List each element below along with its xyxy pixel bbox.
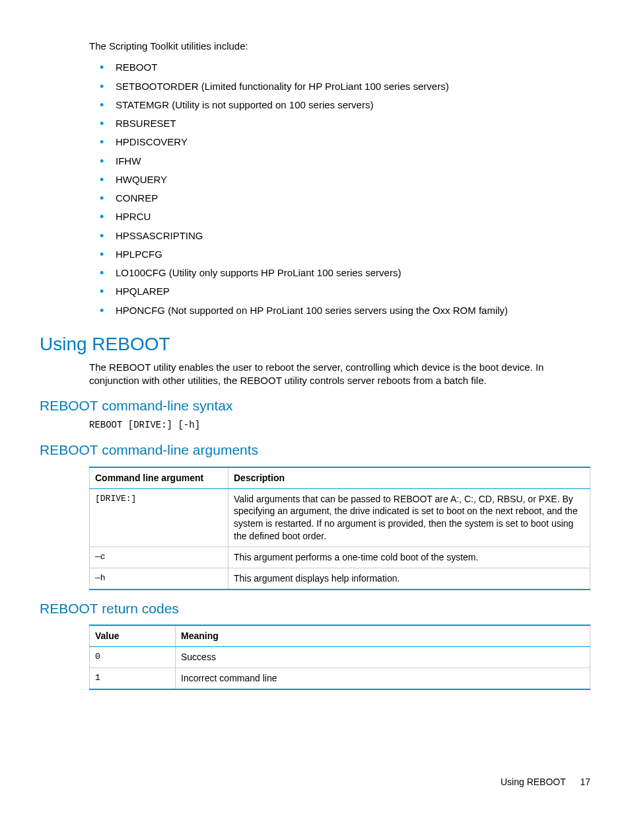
subsection-heading-arguments: REBOOT command-line arguments <box>40 441 590 459</box>
list-item: HPRCU <box>116 208 590 226</box>
codes-header-meaning: Meaning <box>176 625 590 646</box>
section-heading-using-reboot: Using REBOOT <box>40 332 590 357</box>
args-header-argument: Command line argument <box>90 467 228 488</box>
arguments-table: Command line argument Description [DRIVE… <box>89 467 590 590</box>
table-row: [DRIVE:]Valid arguments that can be pass… <box>90 488 590 547</box>
args-header-description: Description <box>228 467 590 488</box>
arg-cell: [DRIVE:] <box>90 488 228 547</box>
table-row: 0Success <box>90 647 590 668</box>
codes-body: 0Success1Incorrect command line <box>90 647 590 689</box>
table-row: —cThis argument performs a one-time cold… <box>90 547 590 568</box>
desc-cell: Valid arguments that can be passed to RE… <box>228 488 590 547</box>
list-item: LO100CFG (Utility only supports HP ProLi… <box>116 264 590 282</box>
list-item: HPLPCFG <box>116 245 590 264</box>
return-codes-table: Value Meaning 0Success1Incorrect command… <box>89 625 590 690</box>
section-description: The REBOOT utility enables the user to r… <box>89 361 590 388</box>
list-item: IFHW <box>116 152 590 171</box>
codes-header-value: Value <box>90 625 176 646</box>
args-body: [DRIVE:]Valid arguments that can be pass… <box>90 488 590 590</box>
table-row: 1Incorrect command line <box>90 668 590 689</box>
arg-cell: —h <box>90 568 228 589</box>
value-cell: 1 <box>90 668 176 689</box>
subsection-heading-syntax: REBOOT command-line syntax <box>40 397 590 415</box>
subsection-heading-return-codes: REBOOT return codes <box>40 599 590 618</box>
list-item: CONREP <box>116 189 590 208</box>
arg-cell: —c <box>90 547 228 568</box>
footer-section-label: Using REBOOT <box>501 777 566 787</box>
intro-text: The Scripting Toolkit utilities include: <box>89 40 590 53</box>
meaning-cell: Incorrect command line <box>176 668 590 689</box>
list-item: HPONCFG (Not supported on HP ProLiant 10… <box>116 301 590 320</box>
list-item: HPDISCOVERY <box>116 133 590 151</box>
desc-cell: This argument performs a one-time cold b… <box>228 547 590 568</box>
list-item: SETBOOTORDER (Limited functionality for … <box>116 77 590 96</box>
utilities-list: REBOOTSETBOOTORDER (Limited functionalit… <box>40 58 590 320</box>
meaning-cell: Success <box>176 647 590 668</box>
value-cell: 0 <box>90 647 176 668</box>
syntax-code: REBOOT [DRIVE:] [-h] <box>89 419 590 432</box>
list-item: HPQLAREP <box>116 282 590 301</box>
list-item: HPSSASCRIPTING <box>116 227 590 245</box>
list-item: REBOOT <box>116 58 590 77</box>
table-row: —hThis argument displays help informatio… <box>90 568 590 589</box>
page-footer: Using REBOOT 17 <box>40 776 590 788</box>
list-item: STATEMGR (Utility is not supported on 10… <box>116 96 590 114</box>
list-item: RBSURESET <box>116 114 590 133</box>
desc-cell: This argument displays help information. <box>228 568 590 589</box>
list-item: HWQUERY <box>116 171 590 189</box>
footer-page-number: 17 <box>580 777 590 787</box>
